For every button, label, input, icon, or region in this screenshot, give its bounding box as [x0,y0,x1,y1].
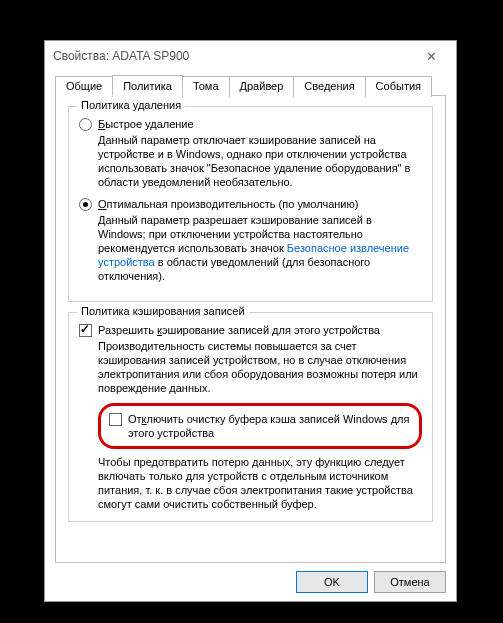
radio-better-perf-row[interactable]: Оптимальная производительность (по умолч… [79,197,422,211]
tab-events[interactable]: События [365,76,432,97]
close-button[interactable]: ✕ [414,43,448,69]
properties-dialog: Свойства: ADATA SP900 ✕ Общие Политика Т… [44,40,457,602]
cancel-button[interactable]: Отмена [374,571,446,593]
check-enable-cache[interactable] [79,324,92,337]
radio-quick-removal-row[interactable]: Быстрое удаление [79,117,422,131]
group-write-caching-title: Политика кэширования записей [77,305,249,317]
content-area: Общие Политика Тома Драйвер Сведения Соб… [45,71,456,601]
ok-button[interactable]: OK [296,571,368,593]
radio-better-perf[interactable] [79,198,92,211]
tab-driver[interactable]: Драйвер [229,76,295,97]
tabstrip: Общие Политика Тома Драйвер Сведения Соб… [55,75,446,96]
tab-policy[interactable]: Политика [112,75,183,96]
group-removal-policy: Политика удаления Быстрое удаление Данны… [68,106,433,302]
check-enable-cache-label: Разрешить кэширование записей для этого … [98,323,380,337]
radio-quick-removal[interactable] [79,118,92,131]
radio-better-perf-label: Оптимальная производительность (по умолч… [98,197,358,211]
check-disable-flush[interactable] [109,413,122,426]
check-disable-flush-row[interactable]: Отключить очистку буфера кэша записей Wi… [109,412,411,440]
check-disable-flush-label: Отключить очистку буфера кэша записей Wi… [128,412,411,440]
dialog-buttons: OK Отмена [55,563,446,593]
tab-details[interactable]: Сведения [293,76,365,97]
check-disable-flush-desc: Чтобы предотвратить потерю данных, эту ф… [98,455,422,511]
tabpanel-policy: Политика удаления Быстрое удаление Данны… [55,95,446,563]
highlighted-option: Отключить очистку буфера кэша записей Wi… [98,403,422,449]
check-enable-cache-row[interactable]: Разрешить кэширование записей для этого … [79,323,422,337]
radio-quick-removal-label: Быстрое удаление [98,117,194,131]
group-write-caching: Политика кэширования записей Разрешить к… [68,312,433,522]
titlebar: Свойства: ADATA SP900 ✕ [45,41,456,71]
radio-better-perf-desc: Данный параметр разрешает кэширование за… [98,213,422,283]
tab-general[interactable]: Общие [55,76,113,97]
check-enable-cache-desc: Производительность системы повышается за… [98,339,422,395]
close-icon: ✕ [426,49,437,64]
radio-quick-removal-desc: Данный параметр отключает кэширование за… [98,133,422,189]
tab-volumes[interactable]: Тома [182,76,230,97]
window-title: Свойства: ADATA SP900 [53,49,414,63]
group-removal-title: Политика удаления [77,99,185,111]
